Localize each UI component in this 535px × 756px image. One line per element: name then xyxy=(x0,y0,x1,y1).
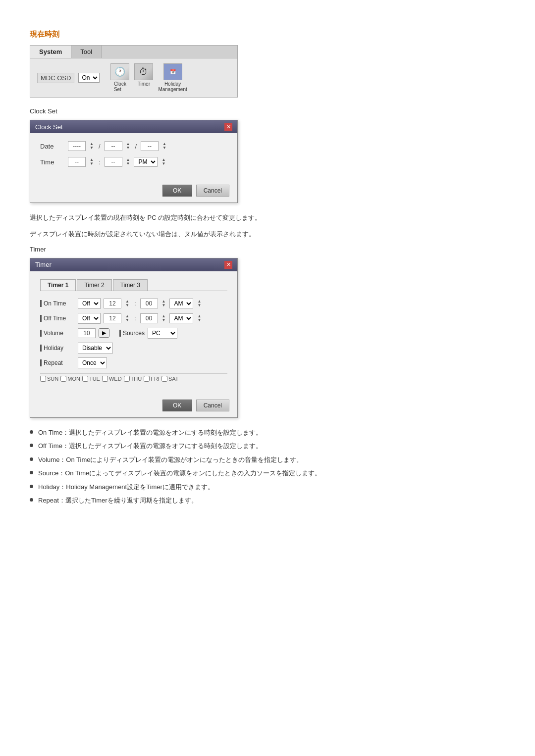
date-spin2[interactable]: ▲▼ xyxy=(125,142,131,150)
list-item-ontime: On Time：選択したディスプレイ装置の電源をオンにする時刻を設定します。 xyxy=(30,428,505,438)
date-row: Date ---- ▲▼ / -- ▲▼ / -- ▲▼ xyxy=(40,141,227,151)
timer-dialog: Timer ✕ Timer 1 Timer 2 Timer 3 On Time … xyxy=(30,258,238,418)
volume-label: Volume xyxy=(40,330,75,337)
timer-cancel-button[interactable]: Cancel xyxy=(196,400,229,411)
holiday-label: Holiday xyxy=(40,345,75,352)
timer-ok-button[interactable]: OK xyxy=(162,400,192,411)
date-val3: -- xyxy=(141,141,159,151)
volume-value: 10 xyxy=(78,328,96,338)
time-label: Time xyxy=(40,158,65,166)
off-time-spin-m[interactable]: ▲▼ xyxy=(161,314,167,322)
time-spin1[interactable]: ▲▼ xyxy=(89,158,95,166)
repeat-label: Repeat xyxy=(40,359,75,366)
timer-icon-item[interactable]: ⏱ Timer xyxy=(134,63,153,92)
icon-group: 🕐 ClockSet ⏱ Timer 📅 HolidayManagement xyxy=(110,63,187,92)
app-toolbar: System Tool xyxy=(30,46,237,58)
day-thu[interactable]: THU xyxy=(124,376,142,382)
date-label: Date xyxy=(40,143,65,150)
clock-dialog-body: Date ---- ▲▼ / -- ▲▼ / -- ▲▼ Time -- ▲▼ … xyxy=(30,133,237,181)
repeat-select[interactable]: Once xyxy=(78,357,107,368)
clock-icon: 🕐 xyxy=(110,63,129,80)
timer-dialog-title: Timer xyxy=(35,261,52,268)
date-spin1[interactable]: ▲▼ xyxy=(89,142,95,150)
off-time-spin-ampm[interactable]: ▲▼ xyxy=(196,314,202,322)
bullet-text-6: Repeat：選択したTimerを繰り返す周期を指定します。 xyxy=(38,496,198,505)
time-row: Time -- ▲▼ : -- ▲▼ PM ▲▼ xyxy=(40,157,227,167)
off-time-spin-h[interactable]: ▲▼ xyxy=(124,314,130,322)
date-spin3[interactable]: ▲▼ xyxy=(161,142,167,150)
clock-set-sublabel: Clock Set xyxy=(30,107,505,115)
on-time-row: On Time Off 12 ▲▼ : 00 ▲▼ AM ▲▼ xyxy=(40,298,227,309)
off-time-hour: 12 xyxy=(104,313,121,323)
days-row: SUN MON TUE WED THU FRI SAT xyxy=(40,373,227,384)
day-wed[interactable]: WED xyxy=(102,376,122,382)
off-time-label: Off Time xyxy=(40,315,75,322)
time-spin2[interactable]: ▲▼ xyxy=(125,158,131,166)
time-ampm-select[interactable]: PM xyxy=(134,157,158,167)
clock-set-label: ClockSet xyxy=(114,81,126,92)
bullet-dot-5 xyxy=(30,485,33,488)
on-time-label: On Time xyxy=(40,300,75,307)
holiday-label-icon: HolidayManagement xyxy=(158,81,187,92)
app-body: MDC OSD On 🕐 ClockSet ⏱ Timer 📅 HolidayM… xyxy=(30,58,237,97)
clock-set-icon-item[interactable]: 🕐 ClockSet xyxy=(110,63,129,92)
on-time-spin-m[interactable]: ▲▼ xyxy=(161,300,167,307)
on-time-min: 00 xyxy=(140,299,158,308)
day-sat[interactable]: SAT xyxy=(161,376,179,382)
on-time-spin-h[interactable]: ▲▼ xyxy=(124,300,130,307)
time-spin3[interactable]: ▲▼ xyxy=(160,158,166,166)
day-sun[interactable]: SUN xyxy=(40,376,58,382)
holiday-row: Holiday Disable xyxy=(40,343,227,353)
section-title: 現在時刻 xyxy=(30,30,505,39)
timer-dialog-body: Timer 1 Timer 2 Timer 3 On Time Off 12 ▲… xyxy=(30,271,237,396)
list-item-offtime: Off Time：選択したディスプレイ装置の電源をオフにする時刻を設定します。 xyxy=(30,441,505,451)
bullet-text-5: Holiday：Holiday Management設定をTimerに適用できま… xyxy=(38,482,214,492)
timer-label-icon: Timer xyxy=(138,81,150,87)
off-time-min: 00 xyxy=(140,313,158,323)
bullet-dot-1 xyxy=(30,430,33,434)
clock-set-dialog: Clock Set ✕ Date ---- ▲▼ / -- ▲▼ / -- ▲▼… xyxy=(30,120,238,203)
time-val2: -- xyxy=(105,157,122,167)
on-time-colon: : xyxy=(133,300,137,307)
holiday-select[interactable]: Disable xyxy=(78,343,113,353)
mdc-osd-select[interactable]: On xyxy=(78,73,100,83)
volume-row: Volume 10 ▶ Sources PC xyxy=(40,328,227,339)
time-val1: -- xyxy=(68,157,86,167)
bullet-text-3: Volume：On Timeによりディスプレイ装置の電源がオンになったときの音量… xyxy=(38,455,303,465)
off-time-colon: : xyxy=(133,314,137,322)
date-sep1: / xyxy=(98,143,102,150)
sources-select[interactable]: PC xyxy=(148,328,177,339)
clock-dialog-footer: OK Cancel xyxy=(30,181,237,202)
on-time-hour: 12 xyxy=(104,299,121,308)
timer-dialog-close[interactable]: ✕ xyxy=(224,261,232,269)
bullet-text-4: Source：On Timeによってディスプレイ装置の電源をオンにしたときの入力… xyxy=(38,468,321,478)
on-time-ampm-select[interactable]: AM xyxy=(169,299,193,308)
timer-tab-2[interactable]: Timer 2 xyxy=(77,279,111,291)
time-sep: : xyxy=(98,158,102,166)
app-window: System Tool MDC OSD On 🕐 ClockSet ⏱ Time… xyxy=(30,45,238,98)
bullet-text-2: Off Time：選択したディスプレイ装置の電源をオフにする時刻を設定します。 xyxy=(38,441,262,451)
tab-tool[interactable]: Tool xyxy=(71,46,102,58)
clock-ok-button[interactable]: OK xyxy=(162,185,192,197)
off-time-ampm-select[interactable]: AM xyxy=(169,313,193,323)
timer-tab-3[interactable]: Timer 3 xyxy=(113,279,148,291)
clock-dialog-close[interactable]: ✕ xyxy=(224,123,232,131)
timer-sublabel: Timer xyxy=(30,246,505,253)
timer-tab-1[interactable]: Timer 1 xyxy=(40,279,76,291)
clock-dialog-title: Clock Set xyxy=(35,123,63,131)
bullet-dot-3 xyxy=(30,457,33,461)
holiday-icon-item[interactable]: 📅 HolidayManagement xyxy=(158,63,187,92)
day-mon[interactable]: MON xyxy=(60,376,80,382)
desc1: 選択したディスプレイ装置の現在時刻を PC の設定時刻に合わせて変更します。 xyxy=(30,213,505,223)
off-time-select[interactable]: Off xyxy=(78,313,101,324)
repeat-row: Repeat Once xyxy=(40,357,227,368)
clock-cancel-button[interactable]: Cancel xyxy=(196,185,229,197)
on-time-select[interactable]: Off xyxy=(78,298,101,309)
day-tue[interactable]: TUE xyxy=(82,376,100,382)
volume-increase-btn[interactable]: ▶ xyxy=(99,328,109,338)
tab-system[interactable]: System xyxy=(30,46,71,58)
on-time-spin-ampm[interactable]: ▲▼ xyxy=(196,300,202,307)
bullet-dot-6 xyxy=(30,498,33,502)
day-fri[interactable]: FRI xyxy=(144,376,160,382)
date-val1: ---- xyxy=(68,141,86,151)
